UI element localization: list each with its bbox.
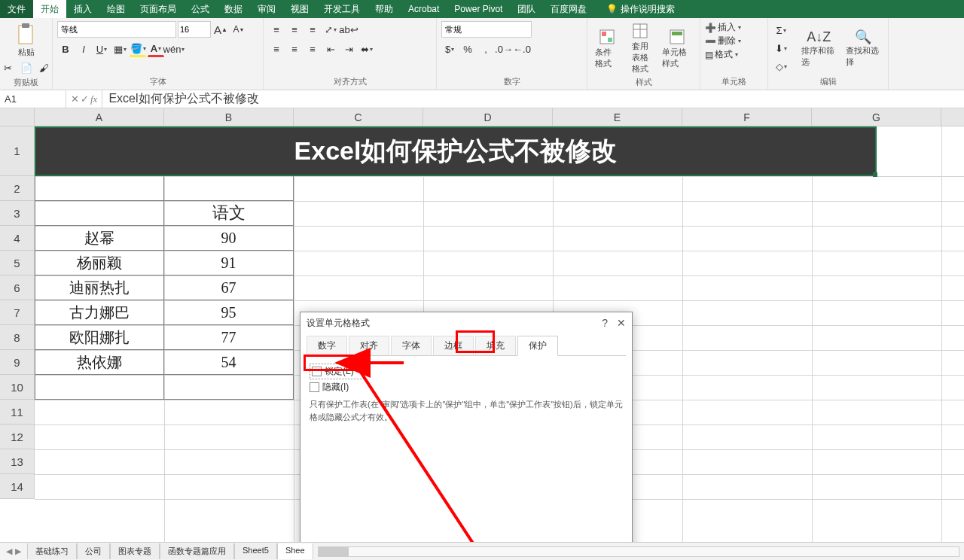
name-box[interactable]: A1 [0, 90, 66, 108]
align-right-button[interactable]: ≡ [304, 41, 321, 57]
cell[interactable]: 古力娜巴 [35, 300, 164, 325]
align-left-button[interactable]: ≡ [268, 41, 285, 57]
row-header-5[interactable]: 5 [0, 251, 34, 275]
sheet-tab[interactable]: Shee [277, 543, 313, 559]
cell[interactable]: 语文 [164, 201, 294, 226]
decrease-font-button[interactable]: A▼ [230, 21, 247, 38]
cell[interactable]: 54 [164, 350, 294, 375]
cell[interactable] [35, 201, 164, 226]
hide-checkbox[interactable] [310, 382, 319, 392]
tab-team[interactable]: 团队 [510, 0, 543, 18]
wrap-text-button[interactable]: ab↩ [340, 21, 357, 38]
dialog-tab-对齐[interactable]: 对齐 [349, 336, 389, 356]
cell[interactable]: 91 [164, 251, 294, 275]
row-header-11[interactable]: 11 [0, 400, 34, 425]
tab-review[interactable]: 审阅 [250, 0, 283, 18]
align-center-button[interactable]: ≡ [286, 41, 303, 57]
tab-data[interactable]: 数据 [217, 0, 250, 18]
clear-button[interactable]: ◇▾ [773, 58, 789, 75]
format-cells-button[interactable]: ▤格式▾ [705, 48, 738, 61]
row-header-9[interactable]: 9 [0, 350, 34, 375]
row-header-7[interactable]: 7 [0, 300, 34, 325]
merge-button[interactable]: ⬌▾ [358, 41, 375, 57]
tell-me[interactable]: 💡操作说明搜索 [599, 0, 682, 18]
sort-filter-button[interactable]: A↓Z排序和筛选 [798, 28, 840, 69]
format-painter-button[interactable]: 🖌 [36, 59, 53, 76]
tab-powerpivot[interactable]: Power Pivot [447, 0, 510, 18]
select-all-corner[interactable] [0, 108, 35, 126]
cell[interactable] [164, 375, 294, 400]
dialog-tab-边框[interactable]: 边框 [433, 336, 474, 356]
tab-formulas[interactable]: 公式 [184, 0, 217, 18]
dialog-help-button[interactable]: ? [602, 317, 608, 329]
insert-cells-button[interactable]: ➕插入▾ [705, 21, 741, 34]
row-header-6[interactable]: 6 [0, 275, 34, 300]
table-format-button[interactable]: 套用 表格格式 [625, 21, 655, 76]
cell[interactable] [35, 176, 164, 201]
autosum-button[interactable]: Σ▾ [773, 22, 789, 38]
formula-bar[interactable]: Excel如何保护公式不被修改 [102, 90, 964, 108]
fx-button[interactable]: fx [90, 93, 97, 105]
row-header-14[interactable]: 14 [0, 474, 34, 499]
increase-font-button[interactable]: A▲ [212, 21, 229, 38]
comma-button[interactable]: , [477, 41, 494, 57]
delete-cells-button[interactable]: ➖删除▾ [705, 35, 741, 47]
find-select-button[interactable]: 🔍查找和选择 [843, 27, 884, 69]
dialog-tab-数字[interactable]: 数字 [307, 336, 347, 356]
col-header-F[interactable]: F [682, 108, 812, 126]
sheet-nav-prev[interactable]: ◀ [6, 546, 12, 556]
tab-acrobat[interactable]: Acrobat [401, 0, 447, 18]
tab-help[interactable]: 帮助 [368, 0, 401, 18]
worksheet[interactable]: ABCDEFG 1234567891011121314 Excel如何保护公式不… [0, 108, 964, 542]
row-header-3[interactable]: 3 [0, 201, 34, 226]
number-format-select[interactable] [441, 21, 532, 38]
border-button[interactable]: ▦▾ [111, 41, 128, 57]
cell[interactable] [35, 375, 164, 400]
row-header-12[interactable]: 12 [0, 425, 34, 449]
row-header-4[interactable]: 4 [0, 226, 34, 251]
lock-checkbox-row[interactable]: 锁定(L) [310, 364, 364, 379]
cell[interactable]: 67 [164, 275, 294, 300]
title-cell[interactable]: Excel如何保护公式不被修改 [35, 126, 877, 176]
tab-layout[interactable]: 页面布局 [133, 0, 184, 18]
cell[interactable]: 迪丽热扎 [35, 275, 164, 300]
indent-decrease-button[interactable]: ⇤ [322, 41, 339, 57]
col-header-B[interactable]: B [164, 108, 294, 126]
tab-dev[interactable]: 开发工具 [316, 0, 368, 18]
indent-increase-button[interactable]: ⇥ [340, 41, 357, 57]
horizontal-scrollbar[interactable] [318, 546, 959, 557]
italic-button[interactable]: I [75, 41, 92, 57]
row-header-8[interactable]: 8 [0, 325, 34, 350]
col-header-D[interactable]: D [423, 108, 553, 126]
font-color-button[interactable]: A▾ [148, 41, 164, 57]
cell[interactable]: 赵幂 [35, 226, 164, 251]
cancel-formula-button[interactable]: ✕ [71, 93, 79, 105]
font-name-select[interactable] [57, 21, 176, 38]
underline-button[interactable]: U▾ [93, 41, 110, 57]
cell-styles-button[interactable]: 单元格样式 [659, 27, 695, 71]
cell[interactable] [164, 176, 294, 201]
col-header-C[interactable]: C [294, 108, 423, 126]
sheet-tab[interactable]: 函数专题篇应用 [160, 543, 234, 559]
hide-checkbox-row[interactable]: 隐藏(I) [310, 381, 623, 394]
sheet-tab[interactable]: 基础练习 [27, 543, 77, 559]
accept-formula-button[interactable]: ✓ [81, 93, 89, 105]
dialog-close-button[interactable]: ✕ [617, 317, 626, 329]
col-header-E[interactable]: E [553, 108, 682, 126]
tab-home[interactable]: 开始 [33, 0, 66, 18]
percent-button[interactable]: % [459, 41, 476, 57]
row-headers[interactable]: 1234567891011121314 [0, 126, 35, 499]
dialog-tab-字体[interactable]: 字体 [391, 336, 432, 356]
align-middle-button[interactable]: ≡ [286, 21, 303, 38]
phonetic-button[interactable]: wén▾ [166, 41, 182, 57]
tab-view[interactable]: 视图 [283, 0, 316, 18]
align-top-button[interactable]: ≡ [268, 21, 285, 38]
sheet-nav-next[interactable]: ▶ [15, 546, 21, 556]
cut-button[interactable]: ✂ [0, 59, 17, 76]
row-header-13[interactable]: 13 [0, 449, 34, 474]
dialog-tab-填充[interactable]: 填充 [475, 336, 516, 356]
fill-color-button[interactable]: 🪣▾ [130, 41, 146, 57]
fill-button[interactable]: ⬇▾ [773, 40, 789, 56]
tab-baidu[interactable]: 百度网盘 [543, 0, 594, 18]
column-headers[interactable]: ABCDEFG [35, 108, 964, 126]
